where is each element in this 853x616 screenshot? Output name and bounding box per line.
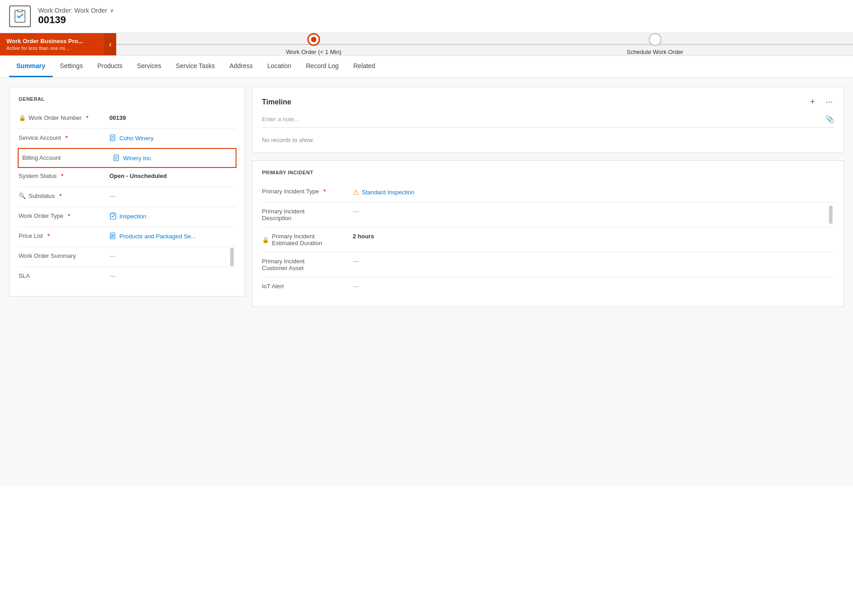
tab-address[interactable]: Address [222,56,260,77]
progress-section: Work Order Business Pro... Active for le… [0,33,853,56]
service-account-link[interactable]: Coho Winery [109,134,236,142]
main-content: GENERAL 🔒 Work Order Number * 00139 Serv… [0,78,853,486]
field-value-primary-incident-duration: 2 hours [353,233,834,240]
field-value-substatus[interactable]: --- [109,192,236,199]
field-label-iot-alert: IoT Alert [262,283,353,290]
timeline-card: Timeline + ··· Enter a note... 📎 No reco… [252,87,844,153]
progress-circle-inactive [649,33,661,46]
field-label-sla: SLA [19,272,109,279]
field-label-primary-incident-type: Primary Incident Type * [262,188,353,195]
field-label-work-order-summary: Work Order Summary [19,252,109,259]
tab-related[interactable]: Related [346,56,382,77]
tab-summary[interactable]: Summary [9,56,53,77]
header-title-group: Work Order: Work Order ∨ 00139 [38,7,114,26]
navigation-tabs: Summary Settings Products Services Servi… [0,56,853,78]
price-list-link[interactable]: Products and Packaged Se... [109,232,236,240]
field-value-primary-incident-description[interactable]: --- [353,208,834,215]
svg-rect-1 [18,10,22,12]
timeline-note-row: Enter a note... 📎 [262,115,834,128]
primary-incident-type-value: Standard Inspection [362,189,414,196]
field-primary-incident-asset: Primary IncidentCustomer Asset --- [262,252,834,277]
field-sla: SLA --- [19,267,236,287]
field-value-primary-incident-asset[interactable]: --- [353,258,834,265]
timeline-empty-message: No records to show. [262,133,834,143]
field-value-primary-incident-type: ⚠ Standard Inspection [353,188,834,197]
field-label-primary-incident-asset: Primary IncidentCustomer Asset [262,258,353,271]
field-required-marker-ss: * [61,172,64,179]
field-work-order-summary: Work Order Summary --- [19,247,236,267]
tab-settings[interactable]: Settings [53,56,90,77]
field-work-order-number: 🔒 Work Order Number * 00139 [19,109,236,129]
timeline-attachment-icon[interactable]: 📎 [825,115,834,123]
field-service-account: Service Account * Coho Winery [19,129,236,149]
field-price-list: Price List * Products and Packaged Se... [19,227,236,247]
field-primary-incident-type: Primary Incident Type * ⚠ Standard Inspe… [262,182,834,202]
work-order-icon [9,5,31,27]
general-section-title: GENERAL [19,96,236,102]
duration-lock-icon: 🔒 [262,237,269,243]
substatus-search-icon: 🔍 [19,192,26,199]
field-value-work-order-summary[interactable]: --- [109,252,236,259]
field-work-order-type: Work Order Type * Inspection [19,207,236,227]
field-value-work-order-number: 00139 [109,114,236,121]
billing-account-name: Winery Inc. [123,155,153,162]
field-label-primary-incident-duration: 🔒 Primary IncidentEstimated Duration [262,233,353,246]
field-required-marker-pit: * [323,188,325,195]
tab-location[interactable]: Location [260,56,299,77]
billing-account-link[interactable]: Winery Inc. [113,154,232,162]
progress-track-line [116,44,853,45]
progress-badge: Work Order Business Pro... Active for le… [0,33,104,55]
field-label-billing-account: Billing Account [22,154,113,161]
field-label-substatus: 🔍 Substatus * [19,192,109,199]
tab-services[interactable]: Services [130,56,169,77]
header-chevron-icon[interactable]: ∨ [110,7,114,14]
field-label-price-list: Price List * [19,232,109,239]
inspection-clipboard-icon [109,212,117,220]
field-required-marker-wot: * [68,212,70,219]
price-list-doc-icon [109,232,117,240]
field-label-primary-incident-description: Primary IncidentDescription [262,208,353,222]
progress-circle-active [307,33,320,46]
field-value-iot-alert[interactable]: --- [353,283,834,290]
primary-incident-scroll-indicator [829,206,833,224]
general-card: GENERAL 🔒 Work Order Number * 00139 Serv… [9,87,245,296]
progress-collapse-button[interactable]: ‹ [104,33,116,55]
field-value-system-status: Open - Unscheduled [109,172,236,179]
progress-step-label-2: Schedule Work Order [626,49,683,55]
timeline-more-button[interactable]: ··· [824,96,834,108]
progress-step-schedule: Schedule Work Order [626,33,683,55]
tab-products[interactable]: Products [90,56,129,77]
field-label-system-status: System Status * [19,172,109,179]
field-value-service-account: Coho Winery [109,134,236,142]
service-account-name: Coho Winery [119,135,153,142]
scroll-indicator [230,248,234,266]
header-record-number: 00139 [38,14,114,26]
progress-step-label-1: Work Order (< 1 Min) [286,49,341,55]
billing-doc-icon [113,154,120,162]
field-substatus: 🔍 Substatus * --- [19,187,236,207]
progress-circle-inner [311,37,316,42]
field-iot-alert: IoT Alert --- [262,277,834,297]
right-panel: Timeline + ··· Enter a note... 📎 No reco… [252,87,844,477]
tab-service-tasks[interactable]: Service Tasks [168,56,222,77]
field-primary-incident-description: Primary IncidentDescription --- [262,202,834,227]
primary-incident-type-link[interactable]: ⚠ Standard Inspection [353,188,834,197]
tab-record-log[interactable]: Record Log [299,56,346,77]
lock-icon: 🔒 [19,114,26,121]
header-title-row: Work Order: Work Order ∨ [38,7,114,14]
timeline-note-placeholder[interactable]: Enter a note... [262,116,825,123]
progress-badge-subtitle: Active for less than one mi... [6,45,98,51]
field-required-marker-won: * [86,114,89,121]
field-value-sla[interactable]: --- [109,272,236,279]
field-label-work-order-number: 🔒 Work Order Number * [19,114,109,121]
primary-incident-card: PRIMARY INCIDENT Primary Incident Type *… [252,160,844,307]
work-order-type-link[interactable]: Inspection [109,212,236,220]
header: Work Order: Work Order ∨ 00139 [0,0,853,33]
field-value-billing-account: Winery Inc. [113,154,232,162]
svg-rect-11 [112,213,114,214]
timeline-add-button[interactable]: + [808,96,817,108]
timeline-header: Timeline + ··· [262,96,834,108]
timeline-actions: + ··· [808,96,834,108]
header-title-text: Work Order: Work Order [38,7,107,14]
field-billing-account: Billing Account Winery Inc. [18,148,237,168]
